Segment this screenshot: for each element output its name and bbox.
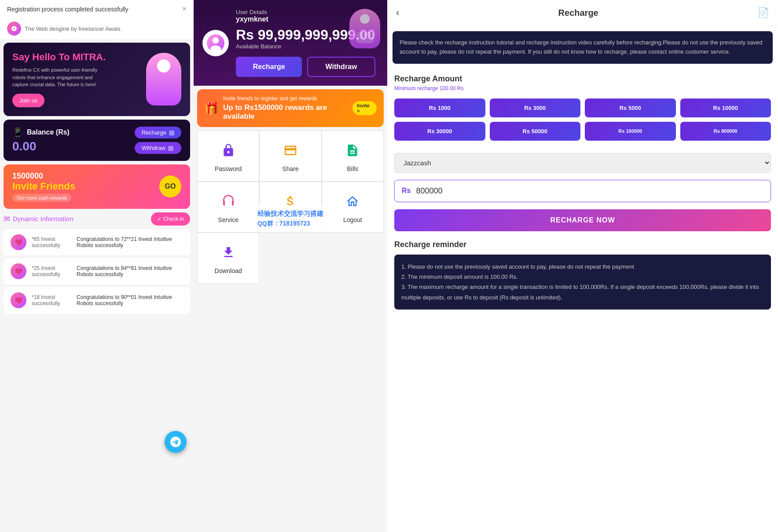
gift-icon: 🎁 <box>204 101 220 116</box>
activity-icon: 💗 <box>11 263 26 279</box>
payment-select[interactable]: Jazzcash Easypaisa Bank Transfer <box>394 153 771 173</box>
amount-btn-1000[interactable]: Rs 1000 <box>394 98 485 117</box>
amount-btn-5000[interactable]: Rs 5000 <box>585 98 676 117</box>
amount-btn-10000[interactable]: Rs 10000 <box>680 98 771 117</box>
reminder-text: 1. Please do not use the previously save… <box>401 262 764 303</box>
menu-item-devlopers[interactable]: Devlopers <box>259 182 321 233</box>
invite-banner-mid: 🎁 Invite friends to register and get rew… <box>197 89 384 127</box>
logout-icon <box>342 191 363 212</box>
balance-amount: 0.00 <box>12 139 70 153</box>
recharge-reminder: Recharge reminder 1. Please do not use t… <box>387 240 778 319</box>
invite-mid-main: Up to Rs1500000 rewards are available <box>223 103 349 121</box>
share-icon <box>280 140 301 161</box>
menu-label-download: Download <box>215 267 242 274</box>
menu-grid: Password Share Bills Service Devlopers <box>197 131 384 284</box>
activity-right-0: Congratulations to 72**21 Invest Intuiti… <box>77 236 183 248</box>
menu-item-bills[interactable]: Bills <box>322 131 384 182</box>
amount-btn-3000[interactable]: Rs 3000 <box>490 98 581 117</box>
invite-amount: 1500000 <box>12 171 75 181</box>
activity-left-1: *25 Invest successfully <box>32 265 71 277</box>
withdraw-icon: ▤ <box>168 145 173 151</box>
scroll-item: The Web desgine by freelancer Awais <box>0 18 194 39</box>
invite-mid-sub: Invite friends to register and get rewar… <box>223 95 349 102</box>
amount-grid: Rs 1000 Rs 3000 Rs 5000 Rs 10000 Rs 3000… <box>394 98 771 141</box>
recharge-button-main[interactable]: Recharge <box>236 57 302 77</box>
menu-item-logout[interactable]: Logout <box>322 182 384 233</box>
join-button[interactable]: Join us <box>12 94 44 107</box>
telegram-fab[interactable] <box>165 431 187 453</box>
activity-right-2: Congratulations to 90**01 Invest Intuiti… <box>77 294 183 306</box>
download-icon <box>218 242 239 263</box>
robot-decoration <box>349 9 380 48</box>
recharge-button-small[interactable]: Recharge ▤ <box>135 127 181 138</box>
withdraw-button-main[interactable]: Withdraw <box>307 57 375 77</box>
left-panel: Registration process completed successfu… <box>0 0 194 532</box>
menu-label-share: Share <box>282 165 298 172</box>
document-icon[interactable]: 📄 <box>757 7 769 18</box>
amount-btn-30000[interactable]: Rs 30000 <box>394 122 485 141</box>
balance-actions: Recharge ▤ Withdraw ▤ <box>135 127 181 154</box>
notification-bar: Registration process completed successfu… <box>0 0 194 18</box>
list-item: 💗 *25 Invest successfully Congratulation… <box>4 258 190 284</box>
mitra-title: Say Hello To MITRA. <box>12 51 106 63</box>
menu-item-service[interactable]: Service <box>197 182 259 233</box>
scroll-icon <box>7 22 21 36</box>
payment-method: Jazzcash Easypaisa Bank Transfer <box>394 153 771 173</box>
amount-btn-50000[interactable]: Rs 50000 <box>490 122 581 141</box>
menu-label-logout: Logout <box>343 216 362 223</box>
menu-item-password[interactable]: Password <box>197 131 259 182</box>
amount-btn-800000[interactable]: Rs 800000 <box>680 122 771 141</box>
dynamic-label: ✉ Dynamic Information <box>4 214 73 224</box>
dynamic-info-bar: ✉ Dynamic Information ✓ Check-in <box>4 212 190 226</box>
reminder-box: 1. Please do not use the previously save… <box>394 255 771 310</box>
amount-input-row: Rs <box>394 180 771 202</box>
bills-icon <box>342 140 363 161</box>
back-button[interactable]: ‹ <box>396 7 399 18</box>
activity-right-1: Congratulations to 84**81 Invest Intuiti… <box>77 265 183 277</box>
balance-label: 📱 Balance (Rs) <box>12 127 70 138</box>
mitra-desc: Redefine CX with powerful user-friendly … <box>12 66 100 88</box>
reminder-title: Recharge reminder <box>394 240 771 249</box>
service-icon <box>218 191 239 212</box>
scroll-text: The Web desgine by freelancer Awais <box>25 26 121 32</box>
notification-text: Registration process completed successfu… <box>7 6 128 13</box>
invite-title: Invite Friends <box>12 181 75 192</box>
withdraw-button-small[interactable]: Withdraw ▤ <box>135 142 181 154</box>
password-icon <box>218 140 239 161</box>
mitra-banner: Say Hello To MITRA. Redefine CX with pow… <box>4 43 190 116</box>
balance-card: 📱 Balance (Rs) 0.00 Recharge ▤ Withdraw … <box>4 120 190 161</box>
menu-item-share[interactable]: Share <box>259 131 321 182</box>
recharge-instruction: Please check the recharge instruction tu… <box>393 31 773 64</box>
list-item: 💗 *65 Invest successfully Congratulation… <box>4 229 190 255</box>
invite-go-button[interactable]: GO <box>159 175 181 197</box>
menu-item-download[interactable]: Download <box>197 233 259 284</box>
invite-badge[interactable]: Invite > <box>352 101 377 115</box>
menu-label-password: Password <box>215 165 242 172</box>
activity-list: 💗 *65 Invest successfully Congratulation… <box>4 229 190 313</box>
recharge-amount-title: Recharge Amount <box>394 74 771 84</box>
mitra-robot-image <box>146 53 181 106</box>
recharge-panel: ‹ Recharge 📄 Please check the recharge i… <box>387 0 778 532</box>
activity-icon: 💗 <box>11 292 26 308</box>
menu-label-devlopers: Devlopers <box>276 216 304 223</box>
devlopers-icon <box>280 191 301 212</box>
rs-label: Rs <box>402 187 411 195</box>
invite-banner-left: 1500000 Invite Friends Get more cash rew… <box>4 164 190 209</box>
amount-btn-100000[interactable]: Rs 100000 <box>585 122 676 141</box>
recharge-title: Recharge <box>558 8 598 18</box>
amount-input[interactable] <box>416 186 763 196</box>
recharge-icon: ▤ <box>169 129 174 136</box>
checkin-button[interactable]: ✓ Check-in <box>151 212 190 226</box>
recharge-now-button[interactable]: RECHARGE NOW <box>394 209 771 231</box>
user-avatar <box>202 30 229 56</box>
activity-left-2: *18 Invest successfully <box>32 294 71 306</box>
recharge-header: ‹ Recharge 📄 <box>387 0 778 26</box>
notification-close[interactable]: × <box>182 4 187 14</box>
invite-sub: Get more cash rewards <box>12 194 71 202</box>
activity-icon: 💗 <box>11 234 26 250</box>
middle-panel: User Details yxymknet Rs 99,999,999,999.… <box>194 0 387 532</box>
list-item: 💗 *18 Invest successfully Congratulation… <box>4 287 190 313</box>
activity-left-0: *65 Invest successfully <box>32 236 71 248</box>
min-recharge-label: Minimum recharge 100.00 Rs <box>394 85 771 91</box>
svg-point-1 <box>213 37 219 43</box>
